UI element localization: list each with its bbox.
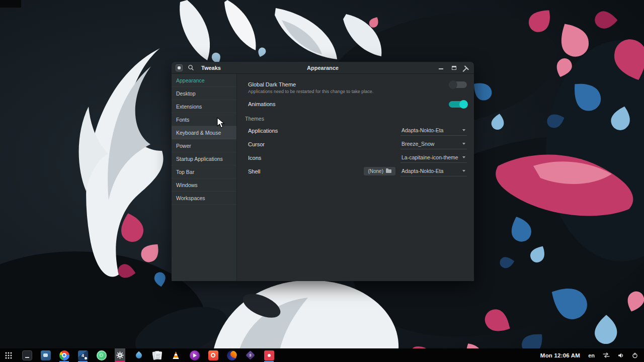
mouse-cursor (217, 117, 226, 129)
cursor-theme-label: Cursor (248, 141, 265, 148)
water-drop-icon (134, 350, 144, 360)
apps-grid-button[interactable] (3, 348, 14, 362)
network-icon[interactable] (603, 352, 610, 358)
sidebar-item-keyboard-mouse[interactable]: Keyboard & Mouse (172, 126, 236, 139)
firefox-icon (227, 350, 237, 360)
applications-theme-label: Applications (248, 127, 278, 134)
taskbar-icon-media-player[interactable] (189, 348, 200, 362)
taskbar-icon-tweaks[interactable] (115, 348, 125, 362)
desktop: Tweaks Appearance Appearance Desktop Ext… (0, 0, 644, 362)
chevron-down-icon (462, 129, 465, 131)
animations-label: Animations (248, 101, 275, 108)
close-button[interactable] (464, 65, 470, 71)
shell-theme-file-button[interactable]: (None) (364, 167, 395, 175)
global-dark-theme-label: Global Dark Theme (248, 81, 373, 88)
taskbar-icon-terminal[interactable] (22, 348, 32, 362)
taskbar-icon-chrome[interactable] (59, 348, 69, 362)
power-icon[interactable] (632, 352, 638, 358)
app-menu-icon[interactable] (176, 64, 183, 71)
folder-icon (386, 169, 391, 173)
sidebar-item-extensions[interactable]: Extensions (172, 100, 236, 113)
system-tray: Mon 12:06 AM en (540, 352, 644, 358)
notes-icon: 3 (246, 350, 256, 360)
mail-icon: 4 (78, 350, 88, 360)
search-icon[interactable] (188, 64, 194, 71)
media-player-icon (190, 350, 200, 360)
themes-section-header: Themes (245, 116, 467, 122)
minimize-button[interactable] (438, 65, 444, 71)
appearance-panel: Global Dark Theme Applications need to b… (237, 74, 474, 281)
sidebar-item-workspaces[interactable]: Workspaces (172, 192, 236, 205)
volume-icon[interactable] (618, 352, 624, 358)
chevron-down-icon (462, 156, 465, 158)
global-dark-theme-toggle[interactable] (449, 81, 467, 88)
vlc-icon (171, 350, 181, 360)
window-title: Tweaks (201, 65, 221, 71)
taskbar-icon-firefox[interactable] (226, 348, 237, 362)
icon-theme-app-icon (97, 350, 107, 360)
applications-theme-dropdown[interactable]: Adapta-Nokto-Eta (400, 126, 467, 136)
terminal-icon (22, 350, 32, 360)
shell-theme-dropdown[interactable]: Adapta-Nokto-Eta (400, 166, 467, 176)
taskbar-icon-file-manager[interactable] (40, 348, 51, 362)
sidebar-item-startup-applications[interactable]: Startup Applications (172, 152, 236, 165)
maximize-button[interactable] (451, 65, 457, 71)
taskbar-icon-icon-theme-app[interactable] (96, 348, 107, 362)
global-dark-theme-subtitle: Applications need to be restarted for th… (248, 89, 373, 95)
taskbar-icon-mail[interactable]: 4 (77, 348, 88, 362)
cursor-theme-dropdown[interactable]: Breeze_Snow (400, 139, 467, 149)
taskbar-icon-notes[interactable]: 3 (245, 348, 256, 362)
camera-icon (208, 350, 218, 360)
shell-theme-row: Shell (None) Adapta-Nokto-Eta (248, 164, 467, 178)
clock[interactable]: Mon 12:06 AM (540, 352, 580, 358)
tweaks-window: Tweaks Appearance Appearance Desktop Ext… (172, 62, 474, 281)
icons-theme-label: Icons (248, 154, 261, 161)
sidebar: Appearance Desktop Extensions Fonts Keyb… (172, 74, 237, 281)
documents-icon (152, 350, 163, 360)
taskbar-icon-vlc[interactable] (171, 348, 181, 362)
sidebar-item-appearance[interactable]: Appearance (172, 74, 236, 87)
global-dark-theme-row: Global Dark Theme Applications need to b… (248, 81, 467, 95)
page-title: Appearance (307, 65, 339, 71)
shell-theme-label: Shell (248, 168, 260, 175)
apps-grid-icon (5, 351, 13, 359)
taskbar-icon-screen-recorder[interactable] (264, 348, 274, 362)
keyboard-layout-indicator[interactable]: en (588, 352, 595, 358)
animations-toggle[interactable] (449, 101, 467, 108)
applications-theme-row: Applications Adapta-Nokto-Eta (248, 124, 467, 137)
chrome-icon (59, 350, 69, 360)
chevron-down-icon (462, 143, 465, 145)
sidebar-item-fonts[interactable]: Fonts (172, 113, 236, 126)
animations-row: Animations (248, 101, 467, 108)
chevron-down-icon (462, 170, 465, 172)
headerbar: Tweaks Appearance (172, 62, 474, 74)
taskbar-icon-screenshot-tool[interactable] (208, 348, 218, 362)
icons-theme-row: Icons La-capitaine-icon-theme (248, 151, 467, 164)
sidebar-item-desktop[interactable]: Desktop (172, 87, 236, 100)
screen-recorder-icon (264, 350, 274, 360)
icons-theme-dropdown[interactable]: La-capitaine-icon-theme (400, 153, 467, 163)
taskbar-icon-documents[interactable] (152, 348, 163, 362)
file-manager-icon (41, 350, 51, 360)
taskbar-icon-water-drop[interactable] (133, 348, 144, 362)
gear-icon (116, 351, 124, 359)
sidebar-item-windows[interactable]: Windows (172, 178, 236, 192)
cursor-theme-row: Cursor Breeze_Snow (248, 137, 467, 151)
taskbar: 4 3 (0, 348, 644, 362)
sidebar-item-top-bar[interactable]: Top Bar (172, 165, 236, 178)
sidebar-item-power[interactable]: Power (172, 139, 236, 152)
